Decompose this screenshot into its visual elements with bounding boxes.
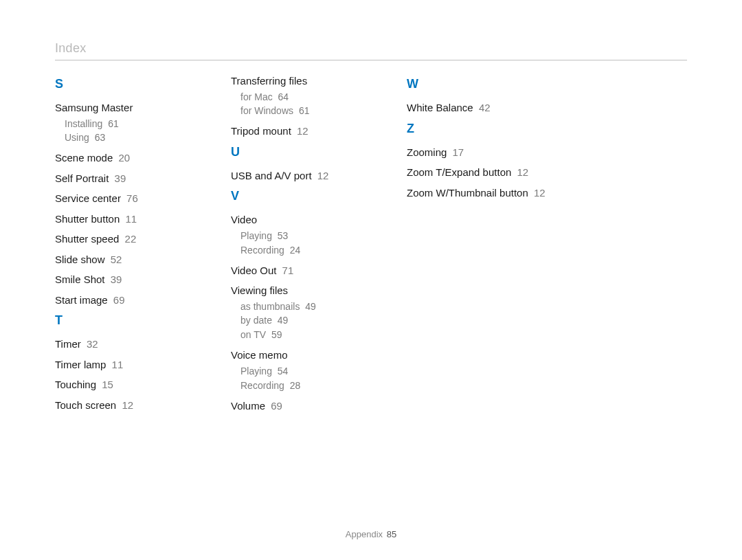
entry-page: 20: [115, 152, 130, 164]
entry-page: 69: [268, 400, 282, 412]
sub-entry-label: for Windows: [240, 105, 293, 116]
entry-page: 71: [279, 265, 293, 276]
entry-label: Start image: [55, 294, 108, 306]
sub-entry-page: 63: [92, 132, 105, 143]
index-entry: Slide show 52: [55, 253, 206, 267]
page-footer: Appendix 85: [0, 529, 742, 539]
entry-page: 17: [449, 146, 464, 158]
section-letter: Z: [407, 122, 558, 136]
entry-label: Samsung Master: [55, 102, 133, 113]
entry-label: Zoom T/Expand button: [407, 166, 511, 178]
section-letter: W: [407, 77, 558, 91]
sub-entry-label: Installing: [65, 118, 102, 129]
entry-label: Slide show: [55, 254, 105, 265]
entry-page: 12: [119, 399, 133, 411]
index-entry: Scene mode 20: [55, 151, 206, 165]
entry-label: Zoom W/Thumbnail button: [407, 187, 528, 199]
sub-entry: for Windows 61: [240, 104, 382, 117]
sub-entry-page: 61: [296, 105, 309, 116]
sub-entry-label: by date: [240, 315, 272, 326]
entry-label: Self Portrait: [55, 172, 109, 184]
sub-entry: Recording 24: [240, 244, 382, 257]
sub-entry-label: for Mac: [240, 91, 273, 102]
entry-label: Smile Shot: [55, 273, 105, 285]
sub-entry-page: 49: [275, 315, 288, 326]
index-entry: Self Portrait 39: [55, 172, 206, 186]
sub-entry-list: as thumbnails 49by date 49on TV 59: [240, 300, 382, 342]
index-column: Transferring ﬁlesfor Mac 64for Windows 6…: [231, 74, 382, 419]
index-entry: Timer lamp 11: [55, 358, 206, 372]
sub-entry-label: Recording: [240, 245, 284, 256]
index-entry: Smile Shot 39: [55, 273, 206, 287]
entry-page: 12: [315, 170, 329, 181]
sub-entry-label: Playing: [240, 230, 272, 241]
section-letter: V: [231, 189, 382, 203]
entry-label: Voice memo: [231, 349, 288, 361]
entry-label: Shutter button: [55, 213, 120, 225]
index-entry: Transferring ﬁlesfor Mac 64for Windows 6…: [231, 74, 382, 117]
page-title: Index: [55, 41, 687, 56]
sub-entry-page: 64: [276, 91, 289, 102]
sub-entry-page: 24: [287, 245, 300, 256]
entry-page: 11: [109, 359, 123, 370]
sub-entry-label: Recording: [240, 380, 284, 391]
sub-entry-page: 53: [275, 230, 288, 241]
entry-page: 12: [294, 125, 308, 137]
entry-page: 11: [122, 213, 137, 225]
entry-page: 22: [122, 233, 136, 245]
index-entry: Shutter speed 22: [55, 232, 206, 246]
entry-label: Tripod mount: [231, 125, 291, 137]
index-entry: USB and A/V port 12: [231, 169, 382, 183]
index-column: SSamsung MasterInstalling 61Using 63Scen…: [55, 74, 206, 418]
index-entry: Start image 69: [55, 293, 206, 307]
entry-page: 42: [476, 102, 491, 113]
entry-page: 12: [531, 187, 546, 199]
sub-entry-list: Playing 53Recording 24: [240, 229, 382, 257]
index-entry: Service center 76: [55, 192, 206, 205]
sub-entry: Playing 53: [240, 229, 382, 243]
sub-entry-page: 59: [269, 329, 282, 340]
sub-entry-list: Playing 54Recording 28: [240, 365, 382, 392]
entry-page: 32: [84, 338, 98, 350]
index-entry: Samsung MasterInstalling 61Using 63: [55, 101, 206, 144]
footer-page-number: 85: [387, 529, 396, 539]
sub-entry: on TV 59: [240, 328, 382, 341]
index-entry: Zooming 17: [407, 146, 558, 159]
index-entry: White Balance 42: [407, 101, 558, 115]
sub-entry: as thumbnails 49: [240, 300, 382, 313]
entry-page: 39: [111, 172, 126, 184]
sub-entry-label: Playing: [240, 366, 272, 377]
entry-page: 52: [108, 254, 122, 265]
entry-label: Timer lamp: [55, 359, 106, 370]
index-entry: Viewing ﬁlesas thumbnails 49by date 49on…: [231, 284, 382, 341]
sub-entry-page: 28: [287, 380, 300, 391]
sub-entry-page: 49: [302, 301, 315, 312]
entry-page: 76: [124, 192, 138, 204]
index-column: WWhite Balance 42ZZooming 17Zoom T/Expan…: [407, 74, 558, 206]
sub-entry-page: 61: [105, 118, 118, 129]
entry-label: Zooming: [407, 146, 447, 158]
index-entry: Video Out 71: [231, 264, 382, 278]
entry-label: Transferring ﬁles: [231, 75, 307, 87]
sub-entry: Using 63: [65, 131, 206, 144]
entry-label: Shutter speed: [55, 233, 119, 245]
index-entry: Tripod mount 12: [231, 124, 382, 138]
sub-entry-list: Installing 61Using 63: [65, 117, 206, 145]
entry-label: Volume: [231, 400, 265, 412]
sub-entry: by date 49: [240, 314, 382, 327]
entry-label: USB and A/V port: [231, 170, 312, 181]
index-entry: Voice memoPlaying 54Recording 28: [231, 348, 382, 392]
sub-entry-label: on TV: [240, 329, 266, 340]
section-letter: U: [231, 145, 382, 159]
index-entry: Volume 69: [231, 399, 382, 413]
sub-entry: for Mac 64: [240, 91, 382, 104]
entry-label: White Balance: [407, 102, 473, 113]
entry-page: 12: [514, 166, 528, 178]
entry-page: 39: [108, 273, 122, 285]
entry-label: Timer: [55, 338, 81, 350]
section-letter: T: [55, 313, 206, 328]
sub-entry-label: Using: [65, 132, 89, 143]
index-entry: Touching 15: [55, 378, 206, 392]
sub-entry-page: 54: [275, 366, 288, 377]
entry-label: Touching: [55, 379, 96, 390]
